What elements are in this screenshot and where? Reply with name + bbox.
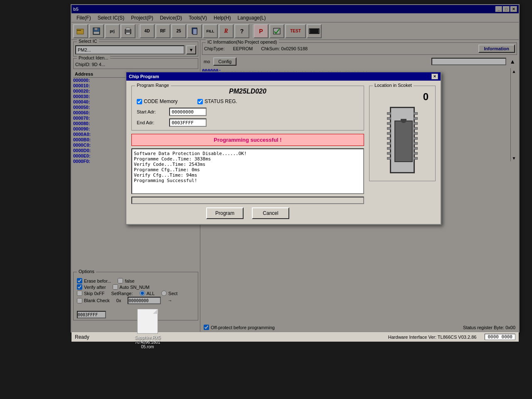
log-line-1: Software Data Protection Disable......OK…	[134, 151, 362, 156]
log-line-4: Programme Cfg..Time: 0ms	[134, 167, 362, 172]
program-range-group: Program Range PM25LD020 CODE Memory STAT…	[131, 86, 364, 131]
dialog-right: Location in Scoket 0	[369, 86, 436, 219]
file-icon	[137, 309, 158, 334]
end-adr-input[interactable]	[169, 118, 207, 127]
status-reg-checkbox[interactable]	[197, 99, 203, 104]
code-memory-label: CODE Memory	[144, 99, 177, 104]
dialog-close-button[interactable]: ✕	[431, 74, 438, 79]
socket-group: Location in Scoket 0	[369, 86, 436, 181]
desktop-icon-label: Sapphire.RX5 70.4096.1801 05.rom	[129, 335, 166, 349]
status-code: 0000 0000	[485, 334, 515, 340]
status-ready: Ready	[75, 334, 89, 340]
dialog-title-bar: Chip Program ✕	[126, 72, 441, 81]
code-memory-checkbox[interactable]	[137, 99, 142, 104]
dialog-buttons: Program Cancel	[131, 207, 364, 219]
modal-overlay: Chip Program ✕ Program Range PM25LD020 C…	[71, 5, 519, 332]
dialog-body: Program Range PM25LD020 CODE Memory STAT…	[126, 81, 441, 224]
cancel-button[interactable]: Cancel	[252, 207, 289, 219]
code-memory-option[interactable]: CODE Memory	[137, 99, 177, 104]
log-line-5: Verify Cfg...Time: 94ms	[134, 172, 362, 178]
progress-bar-container	[131, 197, 364, 204]
log-line-2: Programme Code..Time: 3838ms	[134, 156, 362, 162]
log-area: Software Data Protection Disable......OK…	[131, 148, 364, 194]
start-adr-input[interactable]	[169, 108, 207, 116]
start-adr-label: Start Adr:	[137, 109, 166, 114]
dialog-left: Program Range PM25LD020 CODE Memory STAT…	[131, 86, 364, 219]
status-reg-label: STATUS REG.	[204, 99, 237, 104]
success-banner: Programming successful !	[131, 134, 364, 146]
end-adr-label: End Adr:	[137, 120, 166, 125]
log-line-6: Programming Successful!	[134, 178, 362, 183]
desktop-file-icon[interactable]: Sapphire.RX5 70.4096.1801 05.rom	[129, 309, 166, 349]
socket-title: Location in Scoket	[373, 83, 414, 88]
app-window: b5 _ □ ✕ File(F) Select IC(S) Project(P)…	[71, 4, 520, 332]
socket-number: 0	[373, 91, 432, 103]
chip-program-dialog: Chip Program ✕ Program Range PM25LD020 C…	[126, 71, 441, 225]
log-line-3: Verify Code...Time: 2543ms	[134, 162, 362, 167]
status-reg-group: STATUS REG.	[197, 99, 237, 104]
dialog-title: Chip Program	[129, 74, 159, 79]
hw-interface-text: Hardware Interface Ver: TL866CS V03.2.86	[388, 335, 477, 340]
program-button[interactable]: Program	[206, 207, 244, 219]
program-range-title: Program Range	[135, 83, 171, 88]
chip-name-display: PM25LD020	[137, 88, 359, 95]
